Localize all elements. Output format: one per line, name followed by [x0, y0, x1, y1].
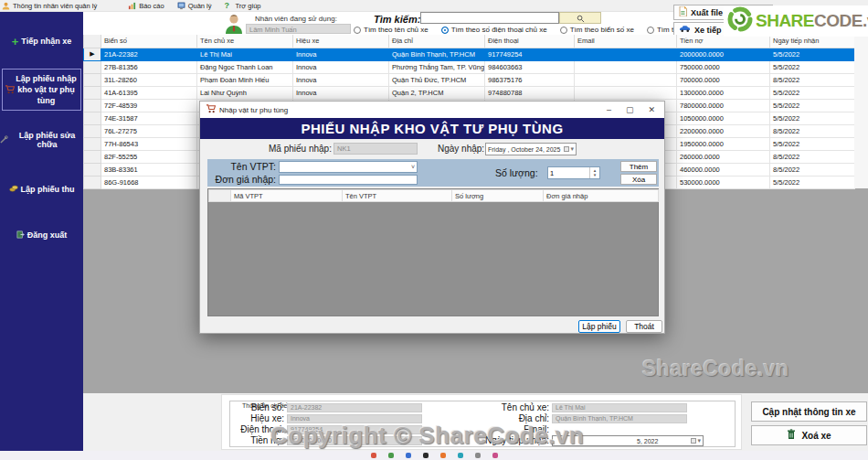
sidebar-item-lap-phieu-thu[interactable]: Lập phiếu thu	[0, 182, 83, 197]
table-cell[interactable]: 2000000.0000	[677, 48, 770, 60]
menu-item-quan-ly[interactable]: Quản lý	[171, 0, 218, 12]
taskbar[interactable]	[0, 451, 868, 460]
table-cell[interactable]: 72F-48539	[101, 99, 197, 112]
table-cell[interactable]: 5/5/2022	[770, 86, 855, 99]
table-cell[interactable]: 1950000.0000	[677, 137, 770, 150]
table-cell[interactable]: Quận 2, TP.HCM	[389, 86, 485, 99]
table-row[interactable]: 27B-81356Đặng Ngọc Thanh LoanInnovaPhườn…	[84, 60, 855, 73]
table-cell[interactable]: Lai Như Quỳnh	[197, 86, 293, 99]
xoa-button[interactable]: Xóa	[620, 174, 657, 185]
table-row[interactable]: 31L-28260Phạm Đoàn Minh HiếuInnovaQuận T…	[84, 73, 855, 86]
table-row[interactable]: 41A-61395Lai Như QuỳnhInnovaQuận 2, TP.H…	[84, 86, 855, 99]
sidebar-item-lap-phieu-sua-chua[interactable]: Lập phiếu sửa chữa	[0, 133, 83, 147]
taskbar-icon[interactable]	[492, 453, 498, 458]
column-header[interactable]: Số lượng	[452, 190, 544, 202]
table-cell[interactable]: Innova	[293, 60, 389, 73]
table-cell[interactable]: 5/5/2022	[770, 99, 855, 112]
taskbar-icon[interactable]	[458, 453, 463, 458]
table-row[interactable]: ▶21A-22382Lê Thị MaiInnovaQuận Bình Thạn…	[84, 48, 855, 60]
search-radio-2[interactable]: Tìm theo biển số xe	[560, 26, 634, 34]
table-cell[interactable]: Lê Thị Mai	[197, 48, 293, 60]
row-selector[interactable]	[84, 73, 101, 86]
taskbar-icon[interactable]	[475, 453, 481, 458]
column-header[interactable]: Điện thoại	[485, 35, 575, 48]
ngay-tiep-nhan-datepicker[interactable]: 5, 2022 ▾	[552, 435, 704, 446]
table-cell[interactable]: Innova	[293, 48, 389, 60]
row-selector[interactable]	[84, 124, 101, 137]
table-cell[interactable]: Innova	[293, 86, 389, 99]
taskbar-icon[interactable]	[423, 453, 429, 458]
table-cell[interactable]: 8/5/2022	[770, 150, 855, 163]
row-selector[interactable]	[84, 150, 101, 163]
table-cell[interactable]: 41A-61395	[101, 86, 197, 99]
calendar-dropdown-icon[interactable]: ▾	[564, 145, 574, 153]
table-cell[interactable]: Innova	[293, 73, 389, 86]
sidebar-item-dang-xuat[interactable]: Đăng xuất	[0, 228, 83, 242]
minimize-icon[interactable]: –	[607, 105, 611, 114]
menu-item-tro-giup[interactable]: ? Trợ giúp	[218, 0, 268, 12]
table-cell[interactable]: 31L-28260	[101, 73, 197, 86]
table-cell[interactable]: 7800000.0000	[677, 99, 770, 112]
taskbar-icon[interactable]	[371, 453, 376, 458]
search-radio-0[interactable]: Tìm theo tên chủ xe	[354, 26, 429, 34]
table-cell[interactable]: 8/5/2022	[770, 163, 855, 176]
maximize-icon[interactable]: ▢	[626, 105, 634, 114]
vertical-scrollbar[interactable]	[854, 35, 868, 188]
table-cell[interactable]: 5/5/2022	[770, 176, 855, 188]
table-cell[interactable]: 2200000.0000	[677, 124, 770, 137]
table-cell[interactable]: 21A-22382	[101, 48, 197, 60]
dialog-title-bar[interactable]: Nhập vật tư phụ tùng – ▢ ✕	[200, 102, 664, 118]
table-cell[interactable]: 917749254	[485, 48, 575, 60]
search-button[interactable]	[559, 12, 601, 24]
calendar-dropdown-icon[interactable]: ▾	[691, 437, 703, 444]
column-header[interactable]: Địa chỉ	[389, 35, 485, 48]
column-header[interactable]: Tên VTPT	[343, 190, 452, 202]
column-header[interactable]: Hiệu xe	[293, 35, 389, 48]
table-cell[interactable]: 5/5/2022	[770, 112, 855, 124]
column-header[interactable]: Mã VTPT	[231, 190, 343, 202]
row-selector[interactable]	[84, 137, 101, 150]
row-selector[interactable]	[84, 112, 101, 124]
table-cell[interactable]: 986375176	[485, 73, 575, 86]
search-input[interactable]	[420, 12, 559, 24]
table-cell[interactable]	[575, 86, 677, 99]
table-cell[interactable]: 76L-27275	[101, 124, 197, 137]
menu-item-thong-tin[interactable]: Thông tin nhân viên quản lý	[0, 0, 103, 12]
column-header[interactable]: Ngày tiếp nhận	[770, 35, 855, 48]
spinner-arrows-icon[interactable]: ▴▾	[589, 167, 599, 178]
table-cell[interactable]: 530000.0000	[677, 176, 770, 188]
table-cell[interactable]	[575, 48, 677, 60]
row-selector[interactable]	[84, 176, 101, 188]
taskbar-icon[interactable]	[440, 453, 446, 458]
column-header[interactable]: Biển số	[101, 35, 197, 48]
search-radio-1[interactable]: Tìm theo số điện thoại chủ xe	[441, 26, 547, 34]
table-cell[interactable]: Quận Bình Thạnh, TP.HCM	[389, 48, 485, 60]
table-cell[interactable]: Phường Thắng Tam, TP. Vũng Tàu	[389, 60, 485, 73]
table-cell[interactable]: 86G-91668	[101, 176, 197, 188]
column-header[interactable]: Email	[575, 35, 677, 48]
don-gia-nhap-input[interactable]	[279, 175, 418, 185]
thoat-button[interactable]: Thoát	[626, 320, 662, 333]
taskbar-icon[interactable]	[388, 453, 394, 458]
table-cell[interactable]: 82F-55255	[101, 150, 197, 163]
table-cell[interactable]: Đặng Ngọc Thanh Loan	[197, 60, 293, 73]
table-cell[interactable]: 5/5/2022	[770, 48, 855, 60]
table-cell[interactable]: 27B-81356	[101, 60, 197, 73]
ten-vtpt-combobox[interactable]: ˅	[279, 161, 418, 173]
row-selector[interactable]	[84, 163, 101, 176]
table-cell[interactable]: 8/5/2022	[770, 124, 855, 137]
row-selector[interactable]	[84, 99, 101, 112]
table-cell[interactable]: 5/5/2022	[770, 137, 855, 150]
table-cell[interactable]	[575, 73, 677, 86]
menu-item-bao-cao[interactable]: Báo cáo	[122, 0, 171, 12]
column-header[interactable]: Tên chủ xe	[197, 35, 293, 48]
row-selector[interactable]	[84, 86, 101, 99]
row-selector[interactable]: ▶	[84, 48, 101, 60]
table-cell[interactable]: 974880788	[485, 86, 575, 99]
table-cell[interactable]: 460000.0000	[677, 163, 770, 176]
column-header[interactable]: Tiền nợ	[677, 35, 770, 48]
so-luong-stepper[interactable]: 1 ▴▾	[547, 166, 600, 179]
close-icon[interactable]: ✕	[648, 105, 655, 114]
sidebar-item-lap-phieu-nhap-kho[interactable]: Lập phiếu nhập kho vật tư phụ tùng	[2, 69, 81, 111]
column-header[interactable]: Đơn giá nhập	[544, 190, 659, 202]
